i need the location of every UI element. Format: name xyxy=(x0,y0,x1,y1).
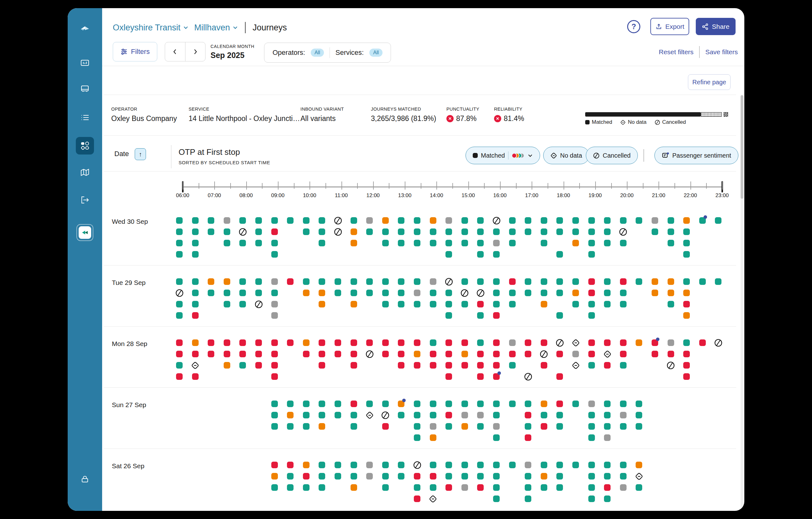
journey-cell[interactable] xyxy=(620,362,627,368)
journey-cell[interactable] xyxy=(303,228,310,235)
journey-cell[interactable] xyxy=(208,228,214,235)
journey-cell[interactable] xyxy=(192,290,199,296)
journey-cell[interactable] xyxy=(461,401,468,407)
cancelled-journey-icon[interactable] xyxy=(334,228,342,236)
journey-cell[interactable] xyxy=(668,217,674,224)
journey-cell[interactable] xyxy=(604,217,611,224)
journey-cell[interactable] xyxy=(477,401,484,407)
journey-cell[interactable] xyxy=(588,462,595,468)
journey-cell[interactable] xyxy=(430,351,436,357)
journey-cell[interactable] xyxy=(192,228,199,235)
journey-cell[interactable] xyxy=(430,473,436,480)
journey-cell[interactable] xyxy=(414,434,420,441)
journey-cell[interactable] xyxy=(224,240,230,246)
journey-cell[interactable] xyxy=(414,228,420,235)
journey-cell[interactable] xyxy=(382,401,389,407)
journey-cell[interactable] xyxy=(351,401,357,407)
journey-cell[interactable] xyxy=(430,278,436,285)
journey-cell[interactable] xyxy=(414,423,420,430)
journey-cell[interactable] xyxy=(414,301,420,307)
no-data-journey-icon[interactable] xyxy=(366,411,374,419)
journey-cell[interactable] xyxy=(588,339,595,346)
journey-cell[interactable] xyxy=(477,423,484,430)
journey-cell[interactable] xyxy=(525,423,531,430)
journey-cell[interactable] xyxy=(493,462,500,468)
journey-cell[interactable] xyxy=(636,412,642,418)
journey-cell[interactable] xyxy=(461,339,468,346)
journey-cell[interactable] xyxy=(461,228,468,235)
journey-cell[interactable] xyxy=(509,301,516,307)
journey-cell[interactable] xyxy=(556,473,563,480)
journey-cell[interactable] xyxy=(303,351,310,357)
journey-cell[interactable] xyxy=(572,290,579,296)
journey-cell[interactable] xyxy=(287,423,293,430)
journey-cell[interactable] xyxy=(493,362,500,368)
journey-cell[interactable] xyxy=(604,473,611,480)
refine-page-button[interactable]: Refine page xyxy=(688,74,730,90)
no-data-toggle[interactable]: No data xyxy=(543,147,589,164)
journey-cell[interactable] xyxy=(461,423,468,430)
journey-cell[interactable] xyxy=(620,462,627,468)
journey-cell[interactable] xyxy=(541,339,547,346)
cancelled-journey-icon[interactable] xyxy=(667,361,675,370)
journey-cell[interactable] xyxy=(224,339,230,346)
journey-cell[interactable] xyxy=(430,401,436,407)
journey-cell[interactable] xyxy=(604,412,611,418)
journey-cell[interactable] xyxy=(319,423,325,430)
journey-cell[interactable] xyxy=(351,290,357,296)
journey-cell[interactable] xyxy=(620,240,627,246)
journey-cell[interactable] xyxy=(477,339,484,346)
journey-cell[interactable] xyxy=(461,301,468,307)
journey-cell[interactable] xyxy=(366,217,373,224)
journey-cell[interactable] xyxy=(208,290,214,296)
no-data-journey-icon[interactable] xyxy=(429,495,437,503)
journey-cell[interactable] xyxy=(636,278,642,285)
journey-cell[interactable] xyxy=(303,278,310,285)
journey-cell[interactable] xyxy=(382,351,389,357)
journey-cell[interactable] xyxy=(572,228,579,235)
journey-cell[interactable] xyxy=(636,423,642,430)
journey-cell[interactable] xyxy=(493,495,500,502)
journey-cell[interactable] xyxy=(382,217,389,224)
journey-cell[interactable] xyxy=(287,278,293,285)
journey-cell[interactable] xyxy=(683,312,690,319)
journey-cell[interactable] xyxy=(319,228,325,235)
journey-cell[interactable] xyxy=(699,278,706,285)
journey-cell[interactable] xyxy=(604,240,611,246)
journey-cell[interactable] xyxy=(541,412,547,418)
journey-cell[interactable] xyxy=(604,484,611,491)
journey-cell[interactable] xyxy=(351,362,357,368)
journey-cell[interactable] xyxy=(319,462,325,468)
journey-cell[interactable] xyxy=(271,412,278,418)
journey-cell[interactable] xyxy=(366,290,373,296)
cancelled-journey-icon[interactable] xyxy=(239,228,247,236)
journey-cell[interactable] xyxy=(651,217,658,224)
journey-cell[interactable] xyxy=(588,301,595,307)
journey-cell[interactable] xyxy=(414,362,420,368)
journey-cell[interactable] xyxy=(588,290,595,296)
journey-cell[interactable] xyxy=(683,301,690,307)
journey-cell[interactable] xyxy=(430,217,436,224)
journey-cell[interactable] xyxy=(398,412,404,418)
journey-cell[interactable] xyxy=(604,434,611,441)
journey-cell[interactable] xyxy=(445,228,452,235)
cancelled-journey-icon[interactable] xyxy=(540,350,548,358)
journey-cell[interactable] xyxy=(351,462,357,468)
journey-cell[interactable] xyxy=(525,473,531,480)
journey-cell[interactable] xyxy=(303,473,310,480)
journey-cell[interactable] xyxy=(445,339,452,346)
journey-cell[interactable] xyxy=(525,290,531,296)
journey-cell[interactable] xyxy=(525,484,531,491)
journey-cell[interactable] xyxy=(366,278,373,285)
journey-cell[interactable] xyxy=(509,217,516,224)
journey-cell[interactable] xyxy=(668,278,674,285)
journey-cell[interactable] xyxy=(493,301,500,307)
journey-cell[interactable] xyxy=(382,290,389,296)
journey-cell[interactable] xyxy=(445,251,452,257)
journey-cell[interactable] xyxy=(445,423,452,430)
journey-cell[interactable] xyxy=(398,228,404,235)
cancelled-journey-icon[interactable] xyxy=(524,373,532,381)
journey-cell[interactable] xyxy=(556,401,563,407)
journey-cell[interactable] xyxy=(715,217,722,224)
journey-cell[interactable] xyxy=(525,412,531,418)
